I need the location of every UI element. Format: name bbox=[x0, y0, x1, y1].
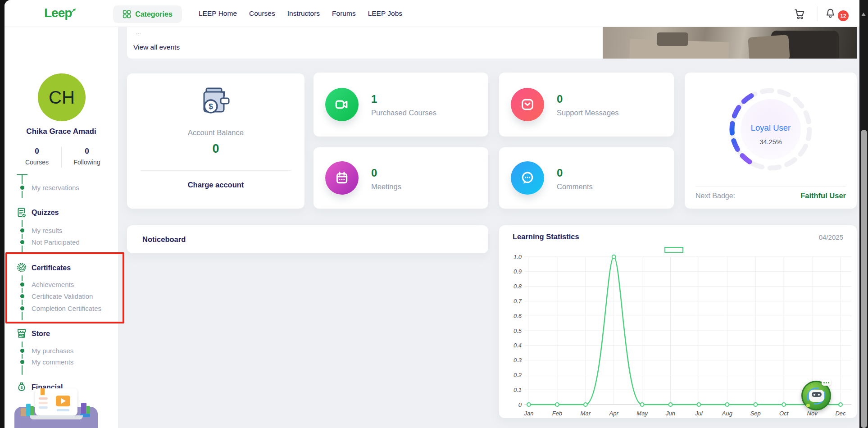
bullet-icon bbox=[20, 306, 24, 310]
svg-text:Aug: Aug bbox=[722, 410, 733, 417]
svg-text:$: $ bbox=[209, 102, 213, 111]
brand-logo-text: Leep bbox=[44, 6, 72, 20]
badge-progress-percent: 34.25% bbox=[685, 138, 857, 146]
sidebar-item-certificates[interactable]: Certificates bbox=[32, 264, 71, 272]
svg-text:0: 0 bbox=[518, 401, 522, 408]
chatbot-accent-dot bbox=[806, 404, 810, 407]
following-count: 0 bbox=[63, 147, 111, 156]
bullet-icon bbox=[20, 186, 24, 190]
wallet-icon: $ bbox=[127, 85, 304, 120]
meetings-card: 0 Meetings bbox=[314, 147, 488, 209]
comments-label: Comments bbox=[557, 182, 593, 191]
svg-text:Jun: Jun bbox=[665, 410, 675, 417]
charge-account-link[interactable]: Charge account bbox=[127, 181, 304, 189]
svg-text:0.6: 0.6 bbox=[514, 313, 522, 319]
svg-text:Dec: Dec bbox=[835, 410, 846, 417]
svg-text:0.2: 0.2 bbox=[514, 372, 522, 378]
screen: Leep Categories LEEP Home Courses Instru… bbox=[0, 0, 868, 428]
mail-icon bbox=[511, 88, 544, 121]
stat-courses: 0 Courses bbox=[14, 147, 60, 166]
card-divider bbox=[141, 170, 291, 171]
app-window: Leep Categories LEEP Home Courses Instru… bbox=[5, 0, 859, 428]
nav-link-forums[interactable]: Forums bbox=[332, 9, 356, 18]
certificate-icon bbox=[16, 262, 27, 273]
support-messages-card: 0 Support Messages bbox=[499, 73, 674, 137]
events-image bbox=[603, 27, 857, 59]
svg-text:1.0: 1.0 bbox=[514, 254, 522, 260]
sidebar-item-quizzes[interactable]: Quizzes bbox=[32, 209, 59, 217]
svg-text:Feb: Feb bbox=[552, 410, 562, 417]
scrollbar-thumb[interactable] bbox=[861, 130, 867, 428]
svg-text:0.4: 0.4 bbox=[514, 342, 522, 349]
menu-rail bbox=[22, 220, 23, 253]
comments-card: 0 Comments bbox=[499, 147, 674, 209]
notifications-count-badge[interactable]: 12 bbox=[838, 10, 849, 21]
noticeboard-title: Noticeboard bbox=[142, 235, 186, 244]
sidebar-item-store[interactable]: Store bbox=[32, 330, 50, 338]
cart-icon[interactable] bbox=[794, 8, 806, 22]
svg-text:Apr: Apr bbox=[609, 410, 619, 417]
svg-text:0.1: 0.1 bbox=[514, 387, 522, 393]
nav-link-leep-home[interactable]: LEEP Home bbox=[199, 9, 237, 18]
bullet-icon bbox=[20, 240, 24, 244]
meetings-label: Meetings bbox=[371, 182, 401, 191]
bullet-icon bbox=[20, 360, 24, 364]
next-badge-label: Next Badge: bbox=[695, 192, 735, 200]
view-all-events-link[interactable]: View all events bbox=[133, 43, 180, 51]
bullet-icon bbox=[20, 294, 24, 298]
categories-button[interactable]: Categories bbox=[113, 5, 182, 23]
sidebar-item-not-participated[interactable]: Not Participated bbox=[32, 238, 80, 246]
bullet-icon bbox=[20, 282, 24, 287]
notifications-bell-icon[interactable] bbox=[824, 8, 836, 22]
sidebar-item-my-purchases[interactable]: My purchases bbox=[32, 347, 73, 355]
brand-logo[interactable]: Leep bbox=[44, 6, 72, 20]
next-badge-name: Faithful User bbox=[800, 191, 846, 200]
stats-divider bbox=[61, 147, 62, 168]
page-scrollbar[interactable] bbox=[859, 0, 868, 428]
chatbot-button[interactable] bbox=[801, 381, 831, 410]
logo-leaf-icon bbox=[70, 3, 76, 18]
svg-text:Oct: Oct bbox=[779, 410, 789, 417]
svg-text:Jan: Jan bbox=[524, 410, 534, 417]
robot-face-icon bbox=[809, 390, 824, 402]
bullet-icon bbox=[20, 349, 24, 353]
card-divider bbox=[695, 187, 846, 187]
user-name: Chika Grace Amadi bbox=[5, 127, 118, 136]
comments-count: 0 bbox=[557, 167, 563, 179]
account-balance-label: Account Balance bbox=[127, 128, 304, 137]
svg-text:0.5: 0.5 bbox=[514, 328, 522, 334]
calendar-icon bbox=[325, 161, 359, 195]
sidebar-item-my-comments[interactable]: My comments bbox=[32, 358, 73, 366]
account-balance-card: $ Account Balance 0 Charge account bbox=[127, 73, 304, 209]
avatar[interactable]: CH bbox=[38, 73, 86, 121]
support-messages-label: Support Messages bbox=[557, 109, 619, 117]
categories-label: Categories bbox=[135, 10, 173, 18]
sidebar-item-certificate-validation[interactable]: Certificate Validation bbox=[32, 292, 93, 300]
courses-label: Courses bbox=[14, 159, 60, 166]
nav-link-instructors[interactable]: Instructors bbox=[287, 9, 320, 18]
sidebar-item-my-results[interactable]: My results bbox=[32, 227, 62, 234]
purchased-courses-count: 1 bbox=[371, 93, 377, 105]
svg-text:May: May bbox=[636, 410, 648, 417]
following-label: Following bbox=[63, 159, 111, 166]
scroll-up-arrow-icon[interactable] bbox=[861, 13, 866, 16]
svg-text:Jul: Jul bbox=[695, 410, 703, 417]
svg-text:0.3: 0.3 bbox=[514, 357, 522, 364]
chat-bubble-icon bbox=[511, 161, 544, 195]
menu-rail bbox=[22, 341, 23, 375]
badge-progress-card: Loyal User 34.25% Next Badge: Faithful U… bbox=[685, 73, 857, 209]
stat-following: 0 Following bbox=[63, 147, 111, 166]
nav-link-courses[interactable]: Courses bbox=[249, 9, 275, 18]
events-panel: ... View all events bbox=[127, 27, 857, 59]
noticeboard-panel: Noticeboard bbox=[127, 225, 488, 253]
video-camera-icon bbox=[325, 88, 359, 121]
sidebar-item-achievements[interactable]: Achievements bbox=[32, 281, 74, 288]
events-ellipsis: ... bbox=[136, 29, 141, 36]
svg-text:0.8: 0.8 bbox=[514, 283, 522, 290]
chat-dots-bubble-icon bbox=[822, 379, 831, 386]
nav-link-leep-jobs[interactable]: LEEP Jobs bbox=[368, 9, 402, 18]
svg-text:Sep: Sep bbox=[750, 410, 761, 417]
sidebar-item-completion-certificates[interactable]: Completion Certificates bbox=[32, 305, 101, 312]
sidebar-item-my-reservations[interactable]: My reservations bbox=[32, 184, 79, 191]
current-badge-name: Loyal User bbox=[685, 123, 857, 133]
